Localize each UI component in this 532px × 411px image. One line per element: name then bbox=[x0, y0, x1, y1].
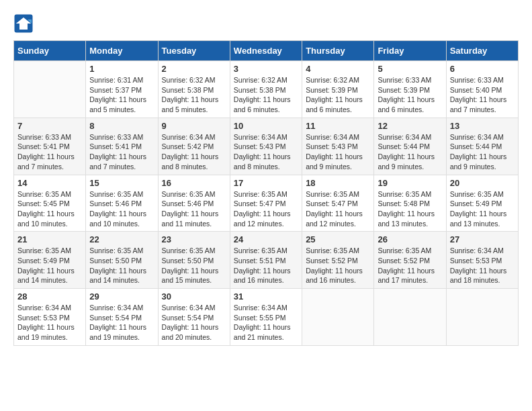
cell-line: Sunrise: 6:34 AM bbox=[234, 303, 298, 313]
cell-line: Sunrise: 6:35 AM bbox=[234, 189, 298, 199]
cell-line: Daylight: 11 hours and 12 minutes. bbox=[234, 209, 298, 228]
cell-line: Sunrise: 6:34 AM bbox=[450, 246, 515, 256]
cell-line: Daylight: 11 hours and 7 minutes. bbox=[17, 152, 82, 171]
calendar-week-3: 14Sunrise: 6:35 AMSunset: 5:45 PMDayligh… bbox=[14, 175, 519, 232]
cell-content: Sunrise: 6:34 AMSunset: 5:53 PMDaylight:… bbox=[17, 303, 82, 342]
calendar-cell: 8Sunrise: 6:33 AMSunset: 5:41 PMDaylight… bbox=[86, 118, 158, 175]
day-number: 18 bbox=[306, 178, 370, 188]
calendar-cell: 28Sunrise: 6:34 AMSunset: 5:53 PMDayligh… bbox=[14, 289, 86, 346]
cell-line: Daylight: 11 hours and 20 minutes. bbox=[162, 322, 226, 342]
cell-line: Daylight: 11 hours and 9 minutes. bbox=[450, 152, 515, 171]
cell-line: Sunset: 5:46 PM bbox=[89, 199, 154, 209]
day-number: 23 bbox=[162, 234, 226, 244]
cell-line: Sunrise: 6:34 AM bbox=[162, 132, 226, 142]
cell-content: Sunrise: 6:34 AMSunset: 5:54 PMDaylight:… bbox=[89, 303, 154, 342]
cell-line: Sunrise: 6:35 AM bbox=[89, 189, 154, 199]
cell-line: Daylight: 11 hours and 8 minutes. bbox=[162, 152, 226, 171]
cell-line: Sunset: 5:53 PM bbox=[17, 313, 82, 323]
cell-line: Sunset: 5:41 PM bbox=[17, 142, 82, 152]
cell-line: Daylight: 11 hours and 6 minutes. bbox=[306, 95, 370, 114]
cell-line: Sunrise: 6:35 AM bbox=[234, 246, 298, 256]
cell-line: Sunset: 5:39 PM bbox=[306, 85, 370, 95]
cell-line: Sunset: 5:44 PM bbox=[378, 142, 442, 152]
calendar-cell: 9Sunrise: 6:34 AMSunset: 5:42 PMDaylight… bbox=[158, 118, 230, 175]
cell-line: Sunrise: 6:34 AM bbox=[450, 132, 515, 142]
cell-line: Sunrise: 6:35 AM bbox=[306, 189, 370, 199]
cell-line: Sunrise: 6:35 AM bbox=[378, 246, 442, 256]
logo-icon bbox=[13, 13, 34, 34]
cell-line: Sunrise: 6:34 AM bbox=[17, 303, 82, 313]
cell-line: Daylight: 11 hours and 8 minutes. bbox=[234, 152, 298, 171]
day-number: 2 bbox=[162, 64, 226, 74]
cell-line: Sunrise: 6:33 AM bbox=[378, 75, 442, 85]
calendar-cell bbox=[14, 61, 86, 118]
cell-line: Daylight: 11 hours and 5 minutes. bbox=[162, 95, 226, 114]
cell-content: Sunrise: 6:35 AMSunset: 5:52 PMDaylight:… bbox=[378, 246, 442, 285]
day-number: 14 bbox=[17, 178, 82, 188]
cell-line: Daylight: 11 hours and 7 minutes. bbox=[89, 152, 154, 171]
day-header-tuesday: Tuesday bbox=[158, 41, 230, 61]
cell-line: Sunrise: 6:35 AM bbox=[162, 189, 226, 199]
day-number: 16 bbox=[162, 178, 226, 188]
cell-line: Daylight: 11 hours and 16 minutes. bbox=[234, 266, 298, 285]
day-number: 4 bbox=[306, 64, 370, 74]
page-container: SundayMondayTuesdayWednesdayThursdayFrid… bbox=[0, 0, 532, 353]
cell-line: Daylight: 11 hours and 5 minutes. bbox=[89, 95, 154, 114]
calendar-cell: 13Sunrise: 6:34 AMSunset: 5:44 PMDayligh… bbox=[446, 118, 518, 175]
calendar-cell: 22Sunrise: 6:35 AMSunset: 5:50 PMDayligh… bbox=[86, 232, 158, 289]
cell-line: Sunset: 5:51 PM bbox=[234, 256, 298, 266]
cell-line: Sunrise: 6:34 AM bbox=[162, 303, 226, 313]
day-number: 5 bbox=[378, 64, 442, 74]
cell-line: Sunset: 5:53 PM bbox=[450, 256, 515, 266]
calendar-cell: 11Sunrise: 6:34 AMSunset: 5:43 PMDayligh… bbox=[302, 118, 374, 175]
cell-content: Sunrise: 6:34 AMSunset: 5:44 PMDaylight:… bbox=[378, 132, 442, 172]
calendar-cell: 10Sunrise: 6:34 AMSunset: 5:43 PMDayligh… bbox=[230, 118, 302, 175]
cell-line: Sunset: 5:45 PM bbox=[17, 199, 82, 209]
cell-line: Sunrise: 6:35 AM bbox=[89, 246, 154, 256]
cell-content: Sunrise: 6:34 AMSunset: 5:54 PMDaylight:… bbox=[162, 303, 226, 342]
cell-content: Sunrise: 6:35 AMSunset: 5:48 PMDaylight:… bbox=[378, 189, 442, 229]
calendar-cell: 5Sunrise: 6:33 AMSunset: 5:39 PMDaylight… bbox=[374, 61, 446, 118]
calendar-cell: 7Sunrise: 6:33 AMSunset: 5:41 PMDaylight… bbox=[14, 118, 86, 175]
cell-line: Daylight: 11 hours and 11 minutes. bbox=[162, 209, 226, 228]
calendar-cell bbox=[446, 289, 518, 346]
calendar-cell bbox=[374, 289, 446, 346]
cell-line: Sunrise: 6:32 AM bbox=[306, 75, 370, 85]
cell-content: Sunrise: 6:34 AMSunset: 5:43 PMDaylight:… bbox=[234, 132, 298, 172]
calendar-cell: 2Sunrise: 6:32 AMSunset: 5:38 PMDaylight… bbox=[158, 61, 230, 118]
cell-line: Sunrise: 6:32 AM bbox=[162, 75, 226, 85]
cell-content: Sunrise: 6:35 AMSunset: 5:49 PMDaylight:… bbox=[17, 246, 82, 285]
cell-content: Sunrise: 6:35 AMSunset: 5:49 PMDaylight:… bbox=[450, 189, 515, 229]
calendar-week-1: 1Sunrise: 6:31 AMSunset: 5:37 PMDaylight… bbox=[14, 61, 519, 118]
calendar-cell: 15Sunrise: 6:35 AMSunset: 5:46 PMDayligh… bbox=[86, 175, 158, 232]
day-number: 7 bbox=[17, 121, 82, 131]
day-number: 30 bbox=[162, 291, 226, 302]
calendar-cell: 20Sunrise: 6:35 AMSunset: 5:49 PMDayligh… bbox=[446, 175, 518, 232]
cell-line: Sunset: 5:43 PM bbox=[306, 142, 370, 152]
day-header-saturday: Saturday bbox=[446, 41, 518, 61]
cell-line: Sunrise: 6:31 AM bbox=[89, 75, 154, 85]
cell-line: Sunset: 5:55 PM bbox=[234, 313, 298, 323]
day-number: 8 bbox=[89, 121, 154, 131]
calendar-cell bbox=[302, 289, 374, 346]
day-header-monday: Monday bbox=[86, 41, 158, 61]
calendar-cell: 17Sunrise: 6:35 AMSunset: 5:47 PMDayligh… bbox=[230, 175, 302, 232]
calendar-header: SundayMondayTuesdayWednesdayThursdayFrid… bbox=[14, 41, 519, 61]
day-number: 6 bbox=[450, 64, 515, 74]
day-number: 28 bbox=[17, 291, 82, 302]
day-number: 27 bbox=[450, 234, 515, 244]
cell-content: Sunrise: 6:35 AMSunset: 5:47 PMDaylight:… bbox=[306, 189, 370, 229]
cell-line: Sunrise: 6:34 AM bbox=[89, 303, 154, 313]
cell-line: Sunset: 5:44 PM bbox=[450, 142, 515, 152]
cell-line: Daylight: 11 hours and 19 minutes. bbox=[89, 322, 154, 342]
calendar-week-2: 7Sunrise: 6:33 AMSunset: 5:41 PMDaylight… bbox=[14, 118, 519, 175]
cell-line: Daylight: 11 hours and 10 minutes. bbox=[17, 209, 82, 228]
cell-line: Sunset: 5:47 PM bbox=[306, 199, 370, 209]
day-number: 25 bbox=[306, 234, 370, 244]
cell-content: Sunrise: 6:35 AMSunset: 5:50 PMDaylight:… bbox=[162, 246, 226, 285]
cell-line: Daylight: 11 hours and 18 minutes. bbox=[450, 266, 515, 285]
day-header-sunday: Sunday bbox=[14, 41, 86, 61]
cell-line: Daylight: 11 hours and 6 minutes. bbox=[234, 95, 298, 114]
cell-line: Sunrise: 6:35 AM bbox=[162, 246, 226, 256]
cell-line: Daylight: 11 hours and 16 minutes. bbox=[306, 266, 370, 285]
